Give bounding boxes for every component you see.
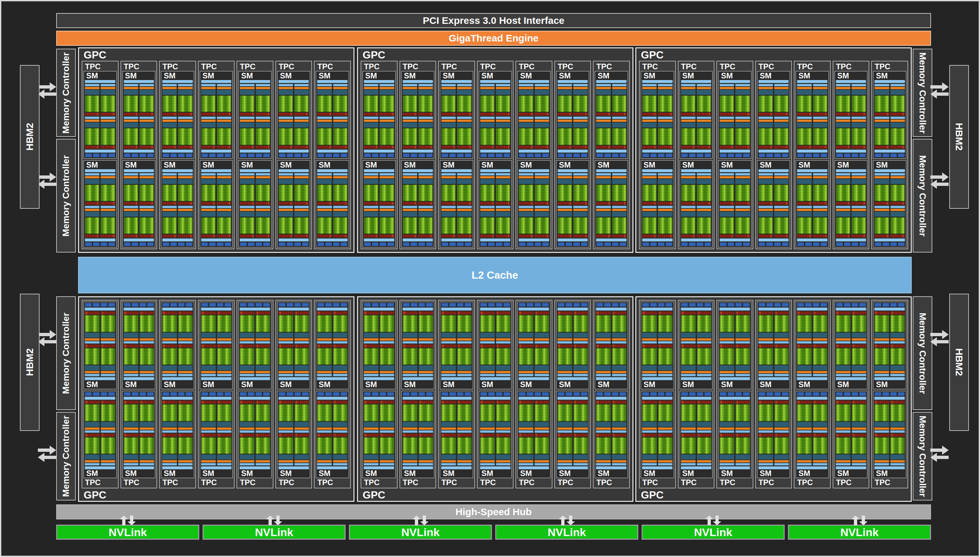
l0-cache-bar (797, 117, 811, 119)
sm-column: SMSM (556, 301, 589, 478)
l0-cache-bar (697, 430, 711, 433)
sm-box: SM (277, 160, 311, 248)
tpc-box: TPCSMSM (516, 300, 552, 489)
tensor-core-row (851, 235, 866, 238)
cuda-core-grid (441, 128, 456, 145)
shared-memory-bar (441, 238, 472, 241)
cuda-core-grid (836, 437, 850, 454)
l0-cache-bar (720, 463, 734, 465)
tensor-core-row (573, 235, 588, 238)
warp-scheduler-bar (418, 427, 433, 430)
warp-scheduler-bar (441, 371, 456, 373)
cuda-core-grid (178, 217, 192, 234)
cuda-core-grid (403, 348, 417, 365)
processing-block-row (403, 401, 433, 433)
tensor-core-row (596, 312, 610, 314)
tensor-core-row (496, 344, 510, 347)
register-file-band (85, 454, 99, 459)
processing-block (178, 433, 192, 465)
warp-scheduler-bar (519, 338, 533, 340)
register-file-band (558, 332, 572, 337)
l1-instruction-cache-bar (480, 80, 511, 83)
texture-unit-segment (728, 303, 734, 307)
texture-unit-segment (535, 153, 541, 157)
l0-cache-bar (612, 173, 627, 176)
cuda-core-grid (759, 315, 773, 332)
warp-scheduler-bar (201, 371, 216, 373)
register-file-band (658, 212, 672, 217)
l0-cache-bar (720, 374, 734, 376)
processing-block-row (681, 344, 711, 376)
register-file-band (496, 179, 510, 184)
register-file-band (162, 212, 177, 217)
processing-block (162, 401, 177, 433)
l0-cache-bar (573, 173, 588, 176)
l0-cache-bar (441, 463, 456, 465)
hbm2-box: HBM2 (20, 65, 39, 209)
sm-label: SM (479, 469, 511, 477)
texture-unit-segment (604, 153, 611, 157)
l1-instruction-cache-bar (874, 377, 905, 380)
processing-block (496, 173, 510, 205)
register-file-band (178, 90, 192, 95)
cuda-core-grid (558, 184, 572, 201)
cuda-core-grid (874, 95, 889, 112)
register-file-band (658, 332, 672, 337)
processing-block (480, 344, 495, 376)
warp-scheduler-bar (642, 87, 657, 89)
sm-label: SM (835, 469, 867, 477)
processing-block-row (874, 84, 905, 116)
tensor-core-row (480, 433, 495, 436)
warp-scheduler-bar (364, 460, 378, 462)
tensor-core-row (851, 113, 866, 116)
shared-memory-bar (364, 308, 394, 311)
sm-box: SM (718, 391, 752, 479)
texture-unit-segment (279, 393, 285, 396)
tensor-core-row (317, 401, 332, 404)
register-file-band (735, 90, 750, 95)
texture-unit-row (403, 393, 433, 396)
texture-unit-segment (573, 153, 580, 157)
l0-cache-bar (874, 463, 889, 465)
sm-internals (595, 169, 628, 247)
sm-label: SM (641, 72, 674, 80)
warp-scheduler-bar (124, 120, 138, 122)
texture-unit-segment (705, 243, 711, 246)
warp-scheduler-bar (596, 120, 610, 122)
tpc-label: TPC (594, 62, 628, 71)
processing-block (201, 117, 216, 148)
warp-scheduler-bar (774, 371, 789, 373)
warp-scheduler-bar (535, 338, 549, 340)
cuda-core-grid (457, 95, 471, 112)
processing-block (217, 401, 231, 433)
cuda-core-grid (294, 217, 309, 234)
warp-scheduler-bar (140, 87, 154, 89)
tpc-box: TPCSMSM (120, 300, 158, 489)
l0-cache-bar (278, 430, 293, 433)
sm-internals (518, 80, 550, 158)
processing-block (278, 117, 293, 148)
tensor-core-row (403, 401, 417, 404)
processing-block (774, 173, 789, 205)
l0-cache-bar (256, 463, 270, 465)
l0-cache-bar (697, 173, 711, 176)
cuda-core-grid (124, 437, 138, 454)
nvlink-bar: NVLink (641, 524, 785, 540)
tensor-core-row (535, 401, 549, 404)
cuda-core-grid (720, 315, 734, 332)
processing-block-row (317, 206, 348, 238)
sm-label: SM (278, 469, 310, 477)
texture-unit-segment (163, 303, 169, 307)
warp-scheduler-bar (573, 209, 588, 211)
processing-block (124, 401, 138, 433)
tensor-core-row (596, 113, 610, 116)
processing-block (797, 117, 811, 148)
sm-internals (84, 302, 116, 380)
cuda-core-grid (278, 217, 293, 234)
tensor-core-row (217, 401, 231, 404)
texture-unit-segment (132, 153, 138, 157)
tensor-core-row (759, 312, 773, 314)
register-file-band (735, 122, 750, 127)
tensor-core-row (162, 113, 177, 116)
tpc-box: TPCSMSM (678, 61, 715, 249)
